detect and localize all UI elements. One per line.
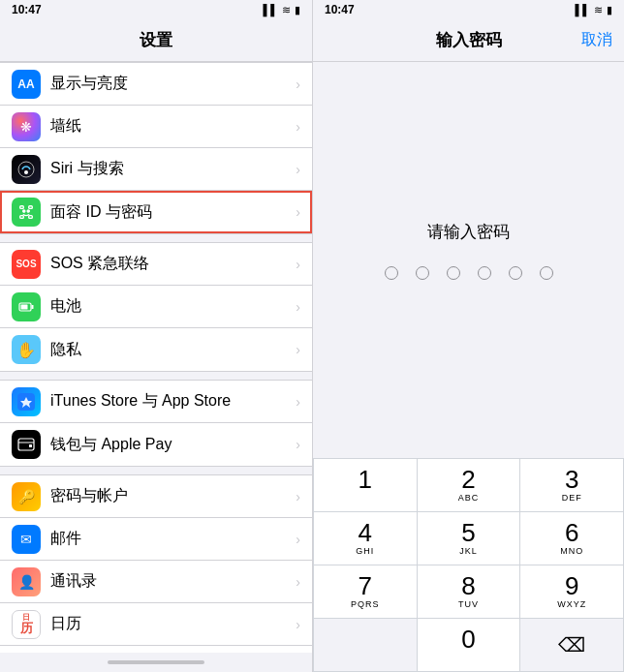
home-indicator	[108, 660, 204, 664]
cancel-button[interactable]: 取消	[581, 30, 612, 50]
settings-item-password[interactable]: 🔑 密码与帐户 ›	[0, 475, 312, 518]
sos-chevron: ›	[296, 257, 300, 272]
num-key-7[interactable]: 7 PQRS	[314, 565, 417, 618]
right-panel: 10:47 ▌▌ ≋ ▮ 输入密码 取消 请输入密码 1 2 ABC	[312, 0, 624, 672]
num-key-8[interactable]: 8 TUV	[418, 565, 520, 618]
battery-icon-item	[12, 292, 41, 321]
right-status-bar: 10:47 ▌▌ ≋ ▮	[313, 0, 624, 19]
sos-label: SOS 紧急联络	[50, 254, 296, 274]
num-key-delete[interactable]: ⌫	[520, 619, 623, 671]
settings-item-faceid[interactable]: 面容 ID 与密码 ›	[0, 191, 312, 233]
right-nav-bar: 输入密码 取消	[313, 19, 624, 62]
settings-section-3: iTunes Store 与 App Store › 钱包与 Apple Pay…	[0, 380, 312, 467]
settings-item-display[interactable]: AA 显示与亮度 ›	[0, 63, 312, 106]
left-nav-title: 设置	[140, 29, 172, 51]
settings-item-notes[interactable]: 📝 备忘录 ›	[0, 646, 312, 653]
right-signal-icon: ▌▌	[575, 4, 590, 15]
itunes-chevron: ›	[296, 394, 300, 410]
wallpaper-chevron: ›	[296, 119, 300, 135]
wallet-chevron: ›	[296, 437, 300, 452]
mail-icon: ✉	[12, 525, 41, 554]
contacts-label: 通讯录	[50, 571, 296, 592]
dot-5	[509, 266, 522, 280]
signal-icon: ▌▌	[263, 4, 278, 15]
wallet-label: 钱包与 Apple Pay	[50, 435, 296, 455]
svg-point-0	[18, 162, 34, 177]
display-chevron: ›	[296, 76, 300, 92]
passcode-area: 请输入密码	[313, 62, 624, 458]
dot-3	[447, 266, 460, 280]
settings-item-sos[interactable]: SOS SOS 紧急联络 ›	[0, 243, 312, 286]
num-key-4[interactable]: 4 GHI	[314, 512, 417, 565]
faceid-label: 面容 ID 与密码	[50, 202, 296, 223]
svg-rect-3	[29, 206, 33, 209]
mail-chevron: ›	[296, 532, 300, 547]
svg-rect-5	[29, 216, 33, 219]
settings-item-wallet[interactable]: 钱包与 Apple Pay ›	[0, 423, 312, 466]
itunes-label: iTunes Store 与 App Store	[50, 391, 296, 412]
dot-4	[478, 266, 491, 280]
svg-point-7	[27, 210, 29, 212]
privacy-chevron: ›	[296, 342, 300, 357]
numpad: 1 2 ABC 3 DEF 4 GHI 5 JKL 6 MNO 7 PQRS	[313, 458, 624, 672]
left-bottom-bar	[0, 653, 312, 672]
svg-point-6	[23, 210, 25, 212]
right-battery-icon: ▮	[607, 4, 612, 16]
faceid-chevron: ›	[296, 204, 300, 220]
settings-list: AA 显示与亮度 › ❋ 墙纸 › Siri 与搜索 ›	[0, 62, 312, 653]
delete-icon: ⌫	[558, 633, 585, 657]
battery-label: 电池	[50, 296, 296, 317]
right-wifi-icon: ≋	[594, 4, 603, 16]
num-key-2[interactable]: 2 ABC	[418, 459, 520, 511]
num-key-0[interactable]: 0	[418, 619, 520, 671]
settings-item-mail[interactable]: ✉ 邮件 ›	[0, 518, 312, 561]
settings-section-1: AA 显示与亮度 › ❋ 墙纸 › Siri 与搜索 ›	[0, 62, 312, 234]
svg-point-1	[24, 170, 28, 174]
password-icon: 🔑	[12, 482, 41, 511]
sos-icon: SOS	[12, 250, 41, 279]
privacy-icon: ✋	[12, 335, 41, 364]
right-nav-title: 输入密码	[436, 29, 502, 51]
settings-item-contacts[interactable]: 👤 通讯录 ›	[0, 561, 312, 603]
num-key-6[interactable]: 6 MNO	[520, 512, 623, 565]
svg-rect-10	[21, 304, 28, 309]
settings-section-4: 🔑 密码与帐户 › ✉ 邮件 › 👤 通讯录 › 日 历 日历 ›	[0, 474, 312, 653]
num-key-9[interactable]: 9 WXYZ	[520, 565, 623, 618]
svg-rect-2	[20, 206, 24, 209]
left-nav-bar: 设置	[0, 19, 312, 62]
dot-2	[416, 266, 429, 280]
display-label: 显示与亮度	[50, 74, 296, 94]
calendar-chevron: ›	[296, 617, 300, 632]
settings-item-calendar[interactable]: 日 历 日历 ›	[0, 603, 312, 646]
siri-chevron: ›	[296, 162, 300, 177]
passcode-prompt: 请输入密码	[427, 221, 510, 243]
itunes-icon	[12, 387, 41, 416]
display-icon: AA	[12, 70, 41, 99]
battery-chevron: ›	[296, 299, 300, 315]
left-panel: 10:47 ▌▌ ≋ ▮ 设置 AA 显示与亮度 › ❋ 墙纸 ›	[0, 0, 312, 672]
svg-rect-9	[32, 305, 34, 309]
faceid-icon	[12, 198, 41, 227]
settings-item-siri[interactable]: Siri 与搜索 ›	[0, 148, 312, 191]
settings-item-privacy[interactable]: ✋ 隐私 ›	[0, 328, 312, 371]
right-time: 10:47	[325, 3, 355, 16]
wallet-icon	[12, 430, 41, 459]
svg-rect-14	[29, 444, 32, 447]
calendar-icon: 日 历	[12, 610, 41, 639]
svg-rect-12	[18, 439, 34, 450]
settings-item-battery[interactable]: 电池 ›	[0, 286, 312, 328]
settings-item-wallpaper[interactable]: ❋ 墙纸 ›	[0, 106, 312, 148]
wallpaper-icon: ❋	[12, 112, 41, 141]
password-label: 密码与帐户	[50, 486, 296, 506]
num-key-1[interactable]: 1	[314, 459, 417, 511]
left-status-icons: ▌▌ ≋ ▮	[263, 4, 300, 16]
settings-item-itunes[interactable]: iTunes Store 与 App Store ›	[0, 381, 312, 423]
left-time: 10:47	[12, 3, 42, 16]
dot-1	[385, 266, 398, 280]
svg-rect-4	[20, 216, 24, 219]
siri-icon	[12, 155, 41, 184]
num-key-3[interactable]: 3 DEF	[520, 459, 623, 511]
wifi-icon: ≋	[282, 4, 291, 16]
num-key-empty	[314, 619, 417, 671]
num-key-5[interactable]: 5 JKL	[418, 512, 520, 565]
